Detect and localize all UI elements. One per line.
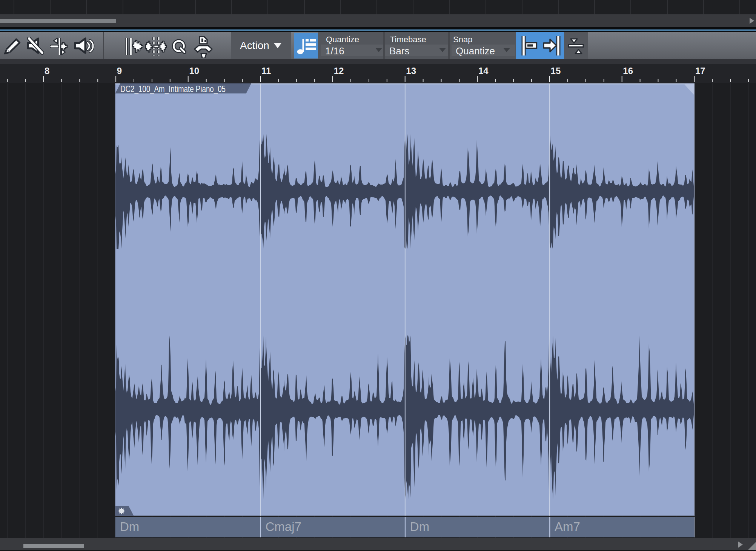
svg-text:9: 9 bbox=[117, 66, 122, 76]
svg-text:Cmaj7: Cmaj7 bbox=[266, 520, 301, 534]
svg-text:Dm: Dm bbox=[120, 520, 139, 534]
svg-text:14: 14 bbox=[478, 66, 489, 76]
svg-text:13: 13 bbox=[406, 66, 416, 76]
svg-text:10: 10 bbox=[189, 66, 199, 76]
svg-text:Am7: Am7 bbox=[555, 520, 580, 534]
svg-text:17: 17 bbox=[695, 66, 705, 76]
svg-text:DC2_100_Am_Intimate Piano_05: DC2_100_Am_Intimate Piano_05 bbox=[120, 84, 226, 94]
svg-text:12: 12 bbox=[334, 66, 344, 76]
svg-text:8: 8 bbox=[45, 66, 49, 76]
svg-text:16: 16 bbox=[623, 66, 633, 76]
svg-text:11: 11 bbox=[261, 66, 271, 76]
svg-text:15: 15 bbox=[551, 66, 561, 76]
svg-text:Dm: Dm bbox=[410, 520, 429, 534]
